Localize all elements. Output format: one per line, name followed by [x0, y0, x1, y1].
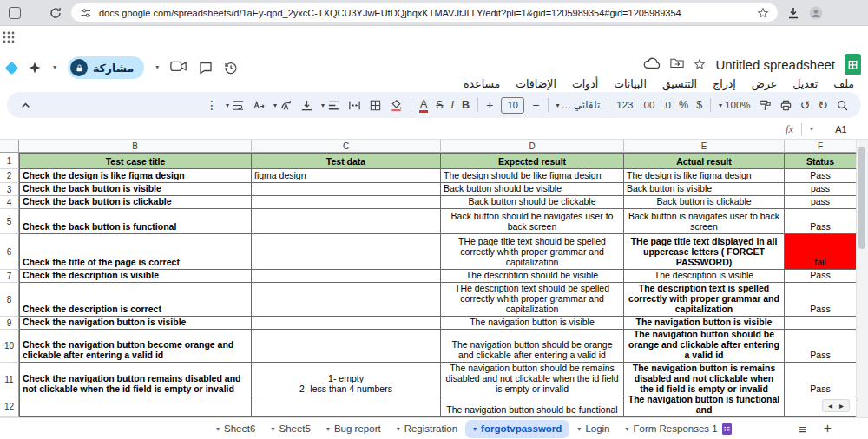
select-all-corner[interactable] [0, 140, 19, 153]
cell-C6[interactable] [252, 234, 441, 270]
row-header-8[interactable]: 8 [0, 283, 19, 317]
sheet-tab-forgotvpassword[interactable]: ▾forgotvpassword [465, 420, 569, 438]
cell-C11[interactable]: 1- empty 2- less than 4 numbers [252, 363, 441, 396]
cell-B7[interactable]: Check the description is visible [19, 270, 252, 283]
collapse-toolbar-button[interactable] [19, 99, 32, 112]
cell-B12[interactable] [19, 396, 252, 417]
document-title[interactable]: Untitled spreadsheet [715, 57, 835, 72]
cell-F3[interactable]: pass [785, 183, 857, 196]
vertical-scrollbar-thumb[interactable] [858, 147, 865, 249]
sheet-tab-registration[interactable]: ▾Registration [389, 418, 465, 439]
cell-D7[interactable]: The describtion should be visible [441, 270, 624, 283]
vertical-align-button[interactable] [300, 99, 313, 112]
cell-E8[interactable]: The description text is spelled correctl… [624, 283, 785, 317]
sheet-tab-sheet5[interactable]: ▾Sheet5 [263, 418, 318, 439]
menu-item-1[interactable]: ملف [826, 75, 861, 92]
cell-B10[interactable]: Check the navigation button become orang… [19, 330, 252, 363]
redo-button[interactable]: ↻ [818, 98, 828, 112]
cell-B9[interactable]: Check the navigation button is visible [19, 317, 252, 330]
cell-C4[interactable] [252, 196, 441, 209]
cell-D6[interactable]: THe page title text should be spelled co… [441, 234, 624, 270]
cell-E12[interactable]: The navigation button is functional and [624, 396, 785, 417]
font-size-input[interactable]: 10 [501, 97, 524, 114]
cell-D12[interactable]: The navigation button should be function… [441, 396, 624, 417]
column-header-B[interactable]: B [19, 140, 252, 153]
cell-C7[interactable] [252, 270, 441, 283]
paint-format-button[interactable] [759, 99, 772, 112]
cell-C12[interactable] [252, 396, 441, 417]
cell-E9[interactable]: The navigation button is visible [624, 317, 785, 330]
cell-E1[interactable]: Actual result [624, 153, 785, 169]
cell-C9[interactable] [252, 317, 441, 330]
cell-F4[interactable]: pass [785, 196, 857, 209]
cell-D5[interactable]: Back button should be navigates user to … [441, 209, 624, 234]
move-folder-icon[interactable] [670, 57, 684, 71]
number-format-button[interactable]: 123 [616, 100, 633, 110]
menu-item-8[interactable]: الإضافات [509, 75, 563, 92]
sheet-tab-sheet6[interactable]: ▾Sheet6 [208, 418, 263, 439]
column-header-C[interactable]: C [252, 140, 441, 153]
diamond-icon[interactable] [5, 61, 19, 75]
italic-button[interactable]: I [451, 99, 454, 111]
column-header-F[interactable]: F [785, 140, 857, 153]
strikethrough-button[interactable]: S [436, 99, 443, 111]
cell-D1[interactable]: Expected result [441, 153, 624, 169]
share-button[interactable]: مشاركة [68, 56, 144, 79]
sheets-logo-icon[interactable] [845, 54, 861, 75]
bold-button[interactable]: B [462, 99, 470, 111]
cell-E3[interactable]: Back button is visible [624, 183, 785, 196]
search-button[interactable] [836, 99, 849, 112]
omnibox[interactable]: docs.google.com/spreadsheets/d/1aEy-qpd_… [71, 3, 778, 22]
cell-B4[interactable]: Check the back button is clickable [19, 196, 252, 209]
decrease-font-size-button[interactable]: − [532, 98, 539, 112]
cell-B1[interactable]: Test case title [19, 153, 252, 169]
video-call-icon[interactable] [170, 61, 187, 75]
cell-B11[interactable]: Check the navigation button remains disa… [19, 363, 252, 396]
name-box-caret-icon[interactable]: ▾ [810, 126, 813, 133]
menu-item-4[interactable]: إدراج [706, 75, 743, 92]
row-header-9[interactable]: 9 [0, 317, 19, 330]
gemini-sparkle-icon[interactable] [28, 61, 42, 75]
cell-E2[interactable]: The design is like figma design [624, 169, 785, 183]
download-icon[interactable] [786, 6, 800, 20]
comment-icon[interactable] [199, 61, 213, 75]
cell-C3[interactable] [252, 183, 441, 196]
more-options-button[interactable]: ⋮ [206, 98, 218, 112]
cell-F1[interactable]: Status [785, 153, 857, 169]
undo-button[interactable]: ↺ [800, 98, 811, 112]
cell-C2[interactable]: figma design [252, 169, 441, 183]
increase-font-size-button[interactable]: + [486, 98, 493, 112]
cell-E6[interactable]: THe page title text displayed in all upp… [624, 234, 785, 270]
cell-D3[interactable]: Back button should be visible [441, 183, 624, 196]
text-wrap-button[interactable]: ▾ [226, 99, 245, 112]
bookmark-star-icon[interactable] [757, 7, 769, 19]
row-header-12[interactable]: 12 [0, 396, 19, 417]
cell-E11[interactable]: The navigation button is remains disable… [624, 363, 785, 396]
print-button[interactable] [779, 99, 792, 112]
cell-B5[interactable]: Check the back button is functional [19, 209, 252, 234]
cell-C10[interactable] [252, 330, 441, 363]
formula-input[interactable] [7, 120, 778, 139]
merge-cells-button[interactable] [348, 99, 361, 112]
cell-C1[interactable]: Test data [252, 153, 441, 169]
cell-F2[interactable]: Pass [785, 169, 857, 183]
text-rotation-button[interactable]: ▾ [273, 99, 293, 112]
row-header-7[interactable]: 7 [0, 270, 19, 283]
row-header-11[interactable]: 11 [0, 363, 19, 396]
cell-C5[interactable] [252, 209, 441, 234]
cell-F7[interactable]: Pass [785, 270, 857, 283]
borders-button[interactable] [369, 99, 382, 112]
menu-item-6[interactable]: البيانات [607, 75, 654, 92]
site-settings-tune-icon[interactable] [80, 7, 92, 19]
cell-E4[interactable]: Back button is clickable [624, 196, 785, 209]
cell-E10[interactable]: The navigation button should be orange a… [624, 330, 785, 363]
browser-window-icon[interactable] [9, 7, 21, 19]
row-header-4[interactable]: 4 [0, 196, 19, 209]
increase-decimal-button[interactable]: .00 [641, 100, 654, 110]
all-sheets-menu-icon[interactable]: ≡ [790, 422, 815, 436]
decrease-decimal-button[interactable]: .0 [662, 100, 671, 110]
version-history-icon[interactable] [224, 61, 238, 75]
cell-D4[interactable]: Back button should be clickable [441, 196, 624, 209]
cell-E7[interactable]: The description is visible [624, 270, 785, 283]
profile-avatar-icon[interactable] [809, 6, 823, 20]
